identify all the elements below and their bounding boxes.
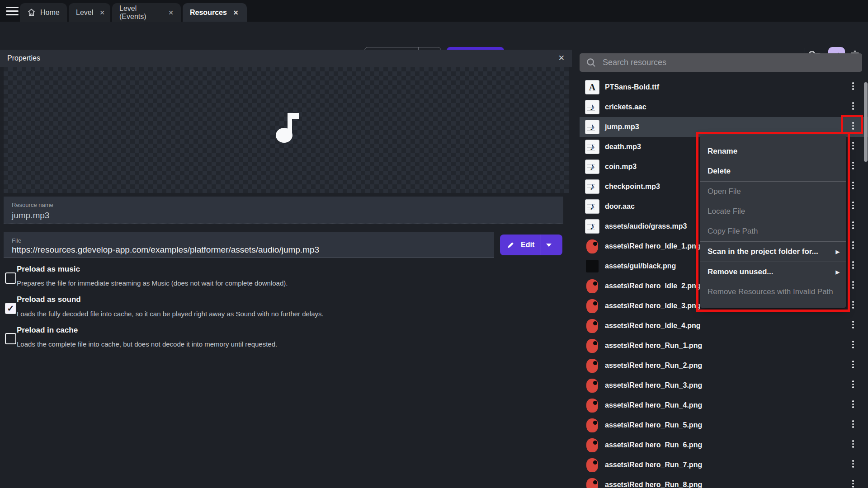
resource-list-item[interactable]: assets\Red hero_Run_1.png <box>580 336 868 356</box>
edit-button-label: Edit <box>521 241 534 249</box>
checkbox[interactable] <box>5 333 16 344</box>
menu-item-copy-file-path: Copy File Path <box>700 221 846 241</box>
menu-item-open-file: Open File <box>700 182 846 202</box>
red-hero-sprite-icon <box>586 299 598 313</box>
menu-item-delete[interactable]: Delete <box>700 161 846 181</box>
resource-name: assets\Red hero_Idle_2.png <box>605 282 701 290</box>
audio-file-icon: ♪ <box>585 219 599 234</box>
kebab-menu-icon[interactable] <box>849 460 857 470</box>
resource-preview-area <box>4 67 569 193</box>
audio-file-icon: ♪ <box>585 179 599 194</box>
edit-options-dropdown[interactable] <box>541 235 557 255</box>
font-file-icon: A <box>585 80 599 94</box>
menu-item-scan-in-the-project-folder-for[interactable]: Scan in the project folder for... ▶ <box>700 242 846 262</box>
kebab-menu-icon[interactable] <box>849 241 857 251</box>
resource-list-scrollbar[interactable] <box>864 82 868 162</box>
submenu-arrow-icon: ▶ <box>836 262 840 282</box>
resource-name: assets\Red hero_Run_5.png <box>605 421 702 429</box>
audio-file-icon: ♪ <box>585 160 599 174</box>
tab-bar: Home Level ✕ Level (Events) ✕ Resources … <box>0 0 868 22</box>
kebab-menu-icon[interactable] <box>849 480 857 488</box>
search-bar[interactable] <box>580 53 862 72</box>
main-menu-hamburger-icon[interactable] <box>6 7 19 15</box>
audio-file-icon: ♪ <box>585 199 599 214</box>
resource-name-value: jump.mp3 <box>12 211 49 221</box>
kebab-menu-icon[interactable] <box>849 202 857 211</box>
resource-name: death.mp3 <box>605 143 641 151</box>
resource-name: assets\Red hero_Run_3.png <box>605 381 702 389</box>
tab-close-icon[interactable]: ✕ <box>168 9 174 16</box>
checkbox-description: Prepares the file for immediate streamin… <box>17 279 288 287</box>
kebab-menu-icon[interactable] <box>849 440 857 450</box>
kebab-menu-icon[interactable] <box>849 221 857 231</box>
properties-panel-title: Properties <box>7 54 40 62</box>
resource-name-field[interactable]: Resource name jump.mp3 <box>4 197 563 224</box>
gdevelop-window: Home Level ✕ Level (Events) ✕ Resources … <box>0 0 868 488</box>
tab-close-icon[interactable]: ✕ <box>233 9 239 16</box>
kebab-menu-icon[interactable] <box>849 261 857 271</box>
resource-list-item[interactable]: ♪ jump.mp3 <box>580 117 868 137</box>
resource-list-item[interactable]: assets\Red hero_Run_7.png <box>580 455 868 475</box>
kebab-menu-icon[interactable] <box>849 380 857 390</box>
resource-list-item[interactable]: assets\Red hero_Run_3.png <box>580 375 868 395</box>
kebab-menu-icon[interactable] <box>849 82 857 92</box>
resource-name: crickets.aac <box>605 103 646 111</box>
kebab-menu-icon[interactable] <box>849 321 857 331</box>
resource-list-item[interactable]: assets\Red hero_Run_2.png <box>580 356 868 375</box>
checkbox[interactable]: ✓ <box>5 303 16 314</box>
resource-name: assets\Red hero_Run_6.png <box>605 441 702 449</box>
resource-list-item[interactable]: assets\Red hero_Run_4.png <box>580 395 868 415</box>
checkbox-label: Preload as sound <box>17 295 81 304</box>
kebab-menu-icon[interactable] <box>849 341 857 351</box>
tab-label: Level (Events) <box>119 5 162 21</box>
resource-name: coin.mp3 <box>605 163 637 171</box>
kebab-menu-icon[interactable] <box>849 122 857 132</box>
audio-file-icon: ♪ <box>585 140 599 154</box>
search-input[interactable] <box>603 58 847 67</box>
kebab-menu-icon[interactable] <box>849 102 857 112</box>
kebab-menu-icon[interactable] <box>849 420 857 430</box>
kebab-menu-icon[interactable] <box>849 301 857 311</box>
file-label: File <box>12 237 21 244</box>
resource-name: assets\Red hero_Idle_4.png <box>605 322 701 330</box>
resource-list-item[interactable]: assets\Red hero_Run_5.png <box>580 415 868 435</box>
checkbox-description: Loads the complete file into cache, but … <box>17 340 277 348</box>
resource-name: assets/audio/grass.mp3 <box>605 222 687 230</box>
kebab-menu-icon[interactable] <box>849 361 857 371</box>
edit-button[interactable]: Edit <box>500 235 541 255</box>
tab-close-icon[interactable]: ✕ <box>99 9 105 16</box>
kebab-menu-icon[interactable] <box>849 281 857 291</box>
properties-close-icon[interactable]: ✕ <box>558 53 565 63</box>
resource-list-item[interactable]: assets\Red hero_Run_6.png <box>580 435 868 455</box>
kebab-menu-icon[interactable] <box>849 182 857 192</box>
tab-level-events-[interactable]: Level (Events) ✕ <box>112 3 181 22</box>
red-hero-sprite-icon <box>586 359 598 373</box>
tab-label: Level <box>76 9 93 17</box>
red-hero-sprite-icon <box>586 399 598 413</box>
tab-home[interactable]: Home <box>20 3 67 22</box>
audio-file-icon: ♪ <box>585 120 599 134</box>
resource-name: jump.mp3 <box>605 123 639 131</box>
kebab-menu-icon[interactable] <box>849 162 857 172</box>
checkbox[interactable] <box>5 272 16 284</box>
menu-item-rename[interactable]: Rename <box>700 141 846 161</box>
kebab-menu-icon[interactable] <box>849 142 857 152</box>
kebab-menu-icon[interactable] <box>849 400 857 410</box>
resource-name: PTSans-Bold.ttf <box>605 83 659 91</box>
resource-list-item[interactable]: assets\Red hero_Idle_4.png <box>580 316 868 336</box>
edit-split-button: Edit <box>500 235 562 255</box>
chevron-down-icon <box>546 244 552 247</box>
red-hero-sprite-icon <box>586 478 598 488</box>
resource-list-item[interactable]: assets\Red hero_Run_8.png <box>580 475 868 488</box>
red-hero-sprite-icon <box>586 279 598 293</box>
tab-level[interactable]: Level ✕ <box>69 3 110 22</box>
resource-list-item[interactable]: A PTSans-Bold.ttf <box>580 77 868 97</box>
resource-name: assets\Red hero_Run_8.png <box>605 481 702 488</box>
tab-resources[interactable]: Resources ✕ <box>183 3 247 22</box>
resource-list-item[interactable]: ♪ crickets.aac <box>580 97 868 117</box>
file-field[interactable]: File https://resources.gdevelop-app.com/… <box>4 232 494 258</box>
menu-item-remove-unused[interactable]: Remove unused... ▶ <box>700 262 846 282</box>
resource-name-label: Resource name <box>12 202 53 208</box>
menu-item-remove-resources-with-invalid-path: Remove Resources with Invalid Path <box>700 282 846 302</box>
audio-file-icon: ♪ <box>585 100 599 114</box>
